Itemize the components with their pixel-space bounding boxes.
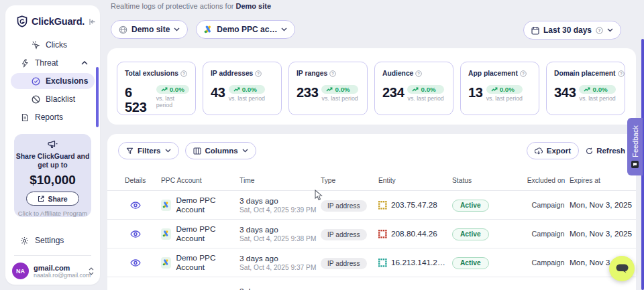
- status-badge: Active: [452, 200, 489, 212]
- globe-icon: [119, 25, 127, 34]
- status-badge: Active: [452, 228, 489, 240]
- stat-value: 233: [297, 85, 318, 100]
- share-button[interactable]: Share: [26, 192, 78, 206]
- reports-document-icon: [20, 113, 30, 122]
- details-eye-icon[interactable]: [125, 202, 141, 209]
- promo-text-line2: get up to: [14, 161, 91, 169]
- ppc-account-name: Demo PPC Account: [176, 196, 239, 214]
- stat-value: 13: [468, 85, 483, 100]
- stat-compare-label: vs. last period: [229, 95, 265, 102]
- stat-compare-label: vs. last period: [156, 95, 189, 108]
- scope-selectors: Demo site Demo PPC ac…: [111, 20, 295, 39]
- col-header-ppc-account: PPC Account: [161, 177, 239, 184]
- entity-value: 16.213.141.2…: [391, 258, 445, 267]
- stat-compare-label: vs. last period: [321, 95, 358, 102]
- sidebar-item-blacklist[interactable]: Blacklist: [11, 91, 95, 107]
- chat-bubble-icon: [616, 264, 629, 273]
- help-circle-icon[interactable]: ?: [255, 70, 262, 77]
- svg-text:?: ?: [182, 72, 185, 76]
- refresh-button[interactable]: Refresh: [586, 147, 625, 155]
- svg-text:?: ?: [418, 72, 421, 76]
- excluded-on-value: Campaign: [527, 201, 570, 209]
- sidebar-item-label: Reports: [35, 113, 63, 122]
- details-eye-icon[interactable]: [125, 259, 141, 267]
- svg-text:?: ?: [620, 72, 623, 76]
- stat-value: 6 523: [125, 85, 153, 115]
- help-circle-icon[interactable]: ?: [520, 70, 527, 77]
- ppc-account-selector[interactable]: Demo PPC ac…: [196, 20, 295, 39]
- svg-text:?: ?: [522, 72, 525, 76]
- site-selector[interactable]: Demo site: [111, 20, 188, 39]
- clickguard-logo-icon: [16, 15, 28, 27]
- time-relative: 3 days ago: [239, 254, 321, 263]
- google-ads-icon: [161, 228, 171, 240]
- clicks-icon: [31, 41, 40, 50]
- chevron-down-icon: [281, 27, 287, 31]
- chevron-down-icon: [165, 149, 171, 153]
- sidebar-divider: [14, 255, 91, 256]
- refresh-icon: [586, 147, 593, 155]
- chat-widget-button[interactable]: [609, 256, 635, 281]
- table-row[interactable]: Demo PPC Account 3 days agoSat, Oct 4, 2…: [107, 190, 636, 219]
- sidebar-item-label: Exclusions: [46, 76, 88, 86]
- trend-badge: 0.0%: [156, 85, 189, 94]
- sidebar-item-settings[interactable]: Settings: [11, 232, 95, 248]
- sidebar-scrollbar[interactable]: [96, 67, 99, 127]
- date-range-selector[interactable]: Last 30 days ?: [523, 21, 621, 40]
- help-circle-icon: ?: [596, 27, 603, 34]
- trend-badge: 0.0%: [321, 85, 358, 94]
- export-download-icon: [535, 147, 543, 155]
- user-name: gmail.com: [34, 264, 84, 272]
- avatar: NA: [12, 263, 29, 279]
- entity-value: 208.80.44.26: [391, 229, 437, 238]
- stat-value: 234: [382, 85, 404, 100]
- help-circle-icon[interactable]: ?: [415, 70, 422, 77]
- stat-compare-label: vs. last period: [407, 95, 443, 102]
- help-circle-icon[interactable]: ?: [329, 70, 336, 77]
- details-eye-icon[interactable]: [125, 230, 141, 238]
- sidebar-item-exclusions[interactable]: Exclusions: [11, 73, 95, 89]
- feedback-label: Feedback: [631, 125, 639, 157]
- user-menu[interactable]: NA gmail.com naatali.ro@gmail.com: [12, 263, 94, 279]
- trend-up-icon: [491, 87, 498, 92]
- help-circle-icon[interactable]: ?: [618, 70, 625, 77]
- stat-card-ip-ranges: IP ranges ? 233 0.0% vs. last period: [288, 62, 368, 115]
- filter-funnel-icon: [126, 147, 133, 155]
- sidebar-item-threat[interactable]: Threat: [11, 55, 95, 71]
- col-header-details: Details: [125, 177, 161, 184]
- time-absolute: Sat, Oct 4, 2025 9:37 PM: [239, 264, 321, 271]
- promo-caption: Click to Affiliate Program: [14, 210, 91, 217]
- table-row[interactable]: Demo PPC Account 3 days agoSat, Oct 4, 2…: [107, 248, 636, 277]
- svg-text:?: ?: [331, 72, 334, 76]
- table-row[interactable]: Demo PPC Account 3 days agoSat, Oct 4, 2…: [107, 219, 636, 248]
- affiliate-promo-card: Share ClickGuard and get up to $10,000 S…: [14, 134, 91, 217]
- stats-panel: Total exclusions ? 6 523 0.0% vs. last p…: [107, 48, 636, 125]
- chevron-up-icon[interactable]: [81, 61, 88, 65]
- sidebar-item-label: Threat: [35, 58, 58, 68]
- time-relative: 3 days ago: [239, 196, 321, 206]
- filters-button[interactable]: Filters: [118, 142, 179, 159]
- entity-favicon-icon: [378, 201, 387, 210]
- table-row-partial[interactable]: 3 days ago: [107, 277, 636, 290]
- export-button[interactable]: Export: [527, 142, 579, 159]
- sidebar-item-clicks[interactable]: Clicks: [11, 37, 95, 53]
- sidebar-item-reports[interactable]: Reports: [11, 109, 95, 125]
- stat-value: 343: [554, 85, 576, 100]
- col-header-time: Time: [239, 177, 321, 184]
- entity-value: 203.75.47.28: [391, 200, 437, 210]
- sidebar-item-label: Blacklist: [46, 94, 75, 104]
- columns-button[interactable]: Columns: [185, 142, 256, 159]
- feedback-tab[interactable]: Feedback: [627, 118, 643, 175]
- exclusions-table-card: Filters Columns Export: [107, 134, 636, 290]
- entity-favicon-icon: [378, 259, 387, 267]
- excluded-on-value: Campaign: [527, 230, 570, 238]
- col-header-entity: Entity: [378, 177, 452, 184]
- status-badge: Active: [452, 257, 489, 269]
- chevron-down-icon: [607, 28, 613, 32]
- subtitle-site-name: Demo site: [235, 2, 271, 10]
- sidebar-collapse-icon[interactable]: [88, 17, 97, 26]
- time-relative: 3 days ago: [239, 287, 321, 290]
- help-circle-icon[interactable]: ?: [180, 70, 187, 77]
- svg-text:?: ?: [598, 27, 601, 32]
- megaphone-icon: [14, 140, 91, 152]
